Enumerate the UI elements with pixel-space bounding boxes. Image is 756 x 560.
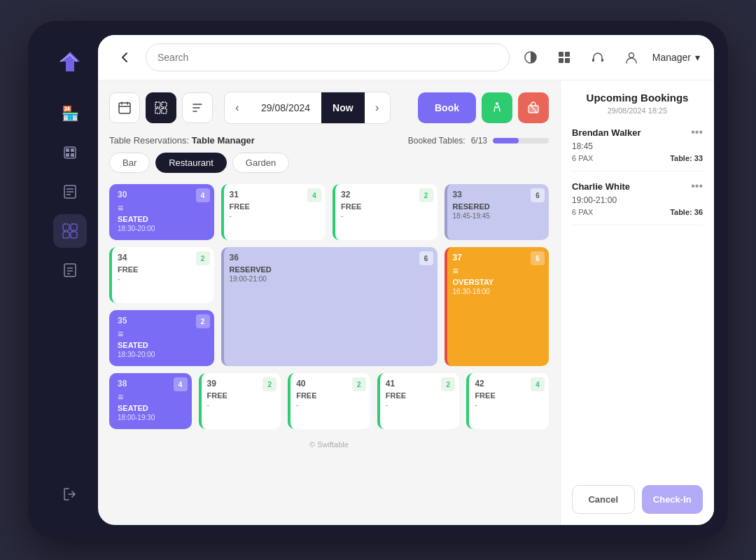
svg-rect-23 — [601, 59, 603, 62]
booking-pax-charlie: 6 PAX — [572, 208, 593, 216]
booked-count: 6/13 — [471, 136, 487, 146]
no-show-button[interactable] — [518, 92, 549, 123]
table-34-status: FREE — [118, 265, 209, 274]
table-33[interactable]: 33 6 RESERED 18:45-19:45 — [444, 184, 550, 240]
grid-view-button[interactable] — [146, 92, 176, 123]
table-40[interactable]: 40 2 FREE - — [288, 373, 370, 429]
table-42[interactable]: 42 4 FREE - — [466, 373, 549, 429]
table-37[interactable]: 37 6 ≡ OVERSTAY 16:30-18:00 — [444, 247, 550, 366]
table-38-capacity: 4 — [174, 377, 188, 391]
svg-rect-12 — [71, 232, 77, 238]
table-31-capacity: 4 — [307, 188, 321, 202]
top-right-actions: Manager ▾ — [518, 45, 700, 70]
table-30-status: SEATED — [118, 215, 209, 223]
table-42-capacity: 4 — [531, 377, 545, 391]
table-37-time: 16:30-18:00 — [453, 288, 544, 295]
now-button[interactable]: Now — [321, 92, 365, 123]
logout-button[interactable] — [53, 477, 87, 511]
table-33-status: RESERED — [453, 202, 544, 211]
sidebar-item-store[interactable]: 🏪 — [53, 97, 87, 130]
booking-more-brendan[interactable]: ••• — [691, 126, 703, 139]
svg-point-24 — [629, 53, 634, 58]
top-bar: Manager ▾ — [98, 35, 714, 80]
table-36-number: 36 — [230, 253, 432, 262]
svg-rect-19 — [565, 52, 570, 57]
left-panel: ‹ 29/08/2024 Now › Book — [98, 80, 560, 525]
table-40-time: - — [296, 401, 365, 409]
booking-name-charlie: Charlie White — [572, 181, 630, 192]
svg-rect-3 — [66, 153, 69, 157]
tab-garden[interactable]: Garden — [232, 153, 289, 173]
booking-item-brendan[interactable]: Brendan Walker ••• 18:45 6 PAX Table: 33 — [572, 126, 703, 172]
booking-more-charlie[interactable]: ••• — [691, 180, 703, 192]
right-panel: Upcoming Bookings 29/08/2024 18:25 Brend… — [560, 80, 714, 525]
calendar-view-button[interactable] — [109, 92, 140, 123]
table-41[interactable]: 41 2 FREE - — [377, 373, 460, 429]
table-35[interactable]: 35 2 ≡ SEATED 18:30-20:00 — [109, 310, 214, 366]
table-31-status: FREE — [230, 202, 321, 211]
table-31[interactable]: 31 4 FREE - — [221, 184, 326, 240]
sort-button[interactable] — [182, 92, 213, 123]
svg-rect-21 — [565, 58, 570, 63]
svg-rect-31 — [155, 108, 160, 113]
sidebar-item-reports[interactable] — [53, 253, 87, 287]
table-39-capacity: 2 — [262, 377, 276, 391]
booking-table-brendan: Table: 33 — [670, 154, 703, 162]
svg-point-36 — [496, 102, 498, 105]
main-content: Manager ▾ — [98, 35, 714, 525]
table-41-status: FREE — [386, 391, 454, 400]
table-34-capacity: 2 — [196, 251, 210, 265]
next-date-button[interactable]: › — [365, 92, 390, 123]
table-42-time: - — [475, 401, 543, 409]
table-35-status: SEATED — [118, 341, 209, 349]
grid-view-toggle[interactable] — [552, 45, 577, 70]
sidebar-item-table-manager[interactable] — [53, 214, 87, 248]
tab-bar[interactable]: Bar — [109, 153, 150, 173]
table-36-status: RESERVED — [230, 265, 432, 274]
table-39[interactable]: 39 2 FREE - — [199, 373, 281, 429]
table-32-status: FREE — [341, 202, 432, 211]
booked-progress-bar — [493, 138, 549, 144]
svg-rect-30 — [162, 102, 167, 107]
table-30-time: 18:30-20:00 — [118, 225, 209, 232]
current-date: 29/08/2024 — [250, 102, 321, 113]
action-buttons: Book — [418, 92, 549, 123]
book-button[interactable]: Book — [418, 92, 476, 123]
table-30[interactable]: 30 4 ≡ SEATED 18:30-20:00 — [109, 184, 214, 240]
tab-restaurant[interactable]: Restaurant — [155, 153, 227, 173]
headset-icon[interactable] — [585, 45, 610, 70]
checkin-button[interactable]: Check-In — [642, 485, 704, 514]
booking-name-brendan: Brendan Walker — [572, 127, 641, 138]
booked-label: Booked Tables: — [408, 136, 465, 146]
table-35-time: 18:30-20:00 — [118, 351, 209, 358]
contrast-toggle[interactable] — [518, 45, 543, 70]
booking-item-charlie[interactable]: Charlie White ••• 19:00-21:00 6 PAX Tabl… — [572, 180, 703, 225]
walk-in-button[interactable] — [482, 92, 512, 123]
table-32[interactable]: 32 2 FREE - — [332, 184, 438, 240]
copyright-text: © Swiftable — [309, 440, 349, 449]
table-36-capacity: 6 — [419, 251, 433, 265]
user-menu[interactable]: Manager ▾ — [652, 52, 700, 63]
svg-rect-1 — [66, 148, 69, 152]
menu-icon-35: ≡ — [118, 328, 209, 340]
table-header: Table Reservations: Table Manager Booked… — [109, 135, 549, 146]
svg-rect-29 — [155, 102, 160, 107]
svg-rect-25 — [119, 103, 130, 113]
table-34[interactable]: 34 2 FREE - — [109, 247, 214, 303]
table-34-time: - — [118, 275, 209, 283]
cancel-button[interactable]: Cancel — [572, 485, 635, 514]
table-33-time: 18:45-19:45 — [453, 212, 544, 220]
table-36[interactable]: 36 6 RESERVED 19:00-21:00 — [221, 247, 438, 366]
area-tabs: Bar Restaurant Garden — [109, 153, 549, 173]
booking-pax-brendan: 6 PAX — [572, 154, 593, 162]
back-button[interactable] — [112, 45, 137, 70]
table-40-capacity: 2 — [352, 377, 366, 391]
sidebar-item-dining[interactable] — [53, 136, 87, 169]
table-38[interactable]: 38 4 ≡ SEATED 18:00-19:30 — [109, 373, 192, 429]
search-input[interactable] — [146, 43, 510, 71]
prev-date-button[interactable]: ‹ — [225, 92, 250, 123]
sidebar-item-orders[interactable] — [53, 175, 87, 209]
table-reservations-title: Table Reservations: Table Manager — [109, 135, 255, 146]
svg-rect-2 — [71, 148, 74, 152]
table-41-capacity: 2 — [441, 377, 455, 391]
